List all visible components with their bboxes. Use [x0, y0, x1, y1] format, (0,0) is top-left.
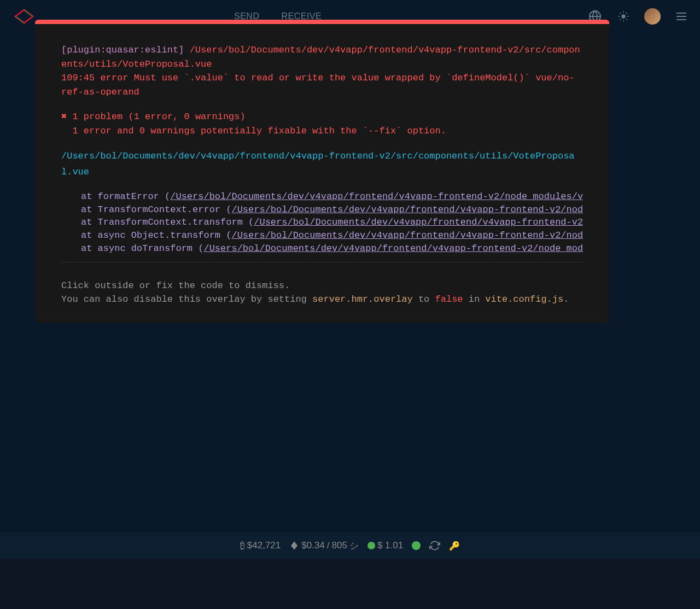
- light-mode-icon: [617, 10, 629, 22]
- code-false: false: [435, 294, 463, 304]
- error-content: [plugin:quasar:eslint] /Users/bol/Docume…: [35, 24, 609, 323]
- stack-trace: at formatError (/Users/bol/Documents/dev…: [61, 190, 583, 262]
- vite-error-overlay[interactable]: [plugin:quasar:eslint] /Users/bol/Docume…: [35, 20, 609, 323]
- stack-line: at async doTransform (/Users/bol/Documen…: [61, 242, 583, 255]
- refresh-icon: [429, 540, 440, 551]
- sats-symbol: シ: [349, 540, 359, 552]
- dismiss-tip: Click outside or fix the code to dismiss…: [61, 279, 583, 307]
- logo-icon: [11, 8, 37, 25]
- summary-cross-icon: ✖: [61, 112, 67, 122]
- refresh-button[interactable]: [429, 540, 440, 551]
- user-avatar[interactable]: [644, 8, 661, 25]
- error-message: [plugin:quasar:eslint] /Users/bol/Docume…: [61, 43, 583, 99]
- menu-button[interactable]: [674, 9, 689, 24]
- hbd-icon: [368, 542, 375, 549]
- error-summary: ✖ 1 problem (1 error, 0 warnings) 1 erro…: [61, 110, 583, 138]
- key-button[interactable]: 🔑: [449, 541, 460, 551]
- stack-path-link[interactable]: /Users/bol/Documents/dev/v4vapp/frontend…: [203, 243, 583, 254]
- error-accent-bar: [35, 20, 609, 24]
- svg-point-2: [621, 14, 625, 18]
- code-vite-config: vite.config.js: [485, 294, 563, 304]
- hive-icon: [289, 541, 299, 551]
- stack-path-link[interactable]: /Users/bol/Documents/dev/v4vapp/frontend…: [170, 191, 583, 202]
- stack-line: at formatError (/Users/bol/Documents/dev…: [61, 190, 583, 203]
- code-hmr-overlay: server.hmr.overlay: [312, 294, 413, 304]
- menu-icon: [675, 10, 688, 23]
- stack-line: at async Object.transform (/Users/bol/Do…: [61, 229, 583, 242]
- btc-price: ₿ $42,721: [240, 540, 281, 552]
- bitcoin-icon: ₿: [240, 540, 245, 552]
- stack-path-link[interactable]: /Users/bol/Documents/dev/v4vapp/frontend…: [231, 230, 583, 241]
- error-detail-line: 109:45 error Must use `.value` to read o…: [61, 73, 575, 97]
- stack-path-link[interactable]: /Users/bol/Documents/dev/v4vapp/frontend…: [231, 204, 583, 215]
- stack-line: at TransformContext.error (/Users/bol/Do…: [61, 203, 583, 216]
- status-indicator: [412, 541, 421, 550]
- plugin-tag: [plugin:quasar:eslint]: [61, 45, 184, 55]
- theme-toggle-button[interactable]: [616, 9, 631, 24]
- hbd-price: $ 1.01: [368, 540, 403, 551]
- key-icon: 🔑: [449, 541, 460, 551]
- hive-price: $0.34 / 805 シ: [289, 540, 359, 552]
- error-file-link[interactable]: /Users/bol/Documents/dev/v4vapp/frontend…: [61, 149, 583, 180]
- stack-path-link[interactable]: /Users/bol/Documents/dev/v4vapp/frontend…: [254, 217, 583, 227]
- app-logo[interactable]: [11, 5, 37, 27]
- status-footer: ₿ $42,721 $0.34 / 805 シ $ 1.01 🔑: [0, 532, 700, 559]
- stack-line: at TransformContext.transform (/Users/bo…: [61, 216, 583, 229]
- bottom-spacer: [0, 559, 700, 609]
